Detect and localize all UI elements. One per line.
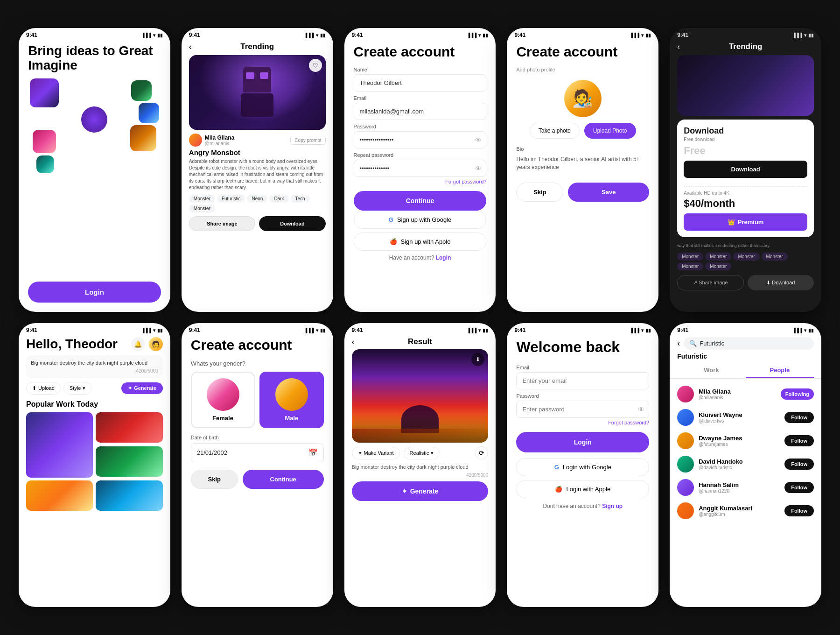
phone2-download-btn[interactable]: Download — [259, 216, 325, 231]
phone8-realistic-btn[interactable]: Realistic ▾ — [404, 447, 440, 459]
phone8-back-icon[interactable]: ‹ — [352, 337, 355, 347]
status-bar-6: 9:41 ▐▐▐ ▾ ▮▮ — [19, 323, 170, 335]
phone5-available-text: Available HD up to 4K — [684, 190, 807, 196]
phone8-realistic-label: Realistic — [410, 450, 429, 456]
phone3-apple-btn[interactable]: 🍎 Sign up with Apple — [354, 233, 487, 251]
phone10-back-icon[interactable]: ‹ — [677, 339, 680, 348]
notification-icon[interactable]: 🔔 — [131, 337, 145, 351]
phone2-back-icon[interactable]: ‹ — [189, 42, 192, 52]
phone3-password-input[interactable] — [354, 131, 487, 148]
phone8-generate-btn[interactable]: ✦ Generate — [352, 481, 489, 501]
time-2: 9:41 — [189, 32, 200, 38]
phone4-skip-btn[interactable]: Skip — [516, 183, 563, 202]
phone9-signup-link[interactable]: Sign up — [602, 503, 623, 509]
wifi-icon-10: ▾ — [804, 328, 806, 333]
phone6-upload-label: Upload — [38, 385, 55, 391]
chevron-down-icon-8: ▾ — [431, 450, 434, 456]
phone2-tags: Monster Futuristic Neon Dark Tech Monste… — [182, 195, 333, 216]
person-follow-btn-2[interactable]: Follow — [784, 435, 814, 446]
phone6-upload-btn[interactable]: ⬆ Upload — [26, 382, 61, 395]
phone8-download-icon[interactable]: ⬇ — [471, 353, 484, 366]
phone2-copy-btn[interactable]: Copy prompt — [290, 136, 325, 145]
phone3-repeat-eye-icon[interactable]: 👁 — [475, 165, 482, 172]
phone4-upload-btn[interactable]: Upload Photo — [584, 123, 636, 139]
phone-welcome-back: 9:41 ▐▐▐ ▾ ▮▮ Welcome back Email Passwor… — [507, 323, 658, 607]
phone3-email-input[interactable] — [354, 103, 487, 120]
phone6-user-avatar[interactable]: 🧑 — [149, 337, 163, 351]
phone10-tab-work[interactable]: Work — [677, 363, 745, 378]
phone-create-account-photo: 9:41 ▐▐▐ ▾ ▮▮ Create account Add photo p… — [507, 28, 658, 312]
phone2-heart-btn[interactable]: ♡ — [309, 59, 322, 72]
phone1-image-area — [28, 78, 161, 172]
phone7-male-card[interactable]: Male — [259, 372, 323, 428]
phone8-nav: ‹ Result — [344, 335, 496, 349]
phone4-photo-upload: 🧑‍🎨 Take a photo Upload Photo — [516, 80, 649, 139]
phone3-repeat-input[interactable] — [354, 160, 487, 177]
phone6-generate-btn[interactable]: ✦ Generate — [121, 382, 163, 394]
phone3-name-input[interactable] — [354, 74, 487, 92]
person-follow-btn-4[interactable]: Follow — [784, 482, 814, 493]
battery-icon-8: ▮▮ — [483, 328, 488, 333]
phone5-dl-btn[interactable]: ⬇ Download — [748, 275, 814, 290]
phone5-premium-label: Premium — [738, 219, 764, 226]
person-follow-btn-5[interactable]: Follow — [784, 505, 814, 516]
phone2-user-handle: @milarianis — [205, 141, 234, 146]
phone9-eye-icon[interactable]: 👁 — [638, 406, 644, 413]
phone10-tab-people[interactable]: People — [746, 363, 814, 378]
phone4-take-photo-btn[interactable]: Take a photo — [530, 123, 580, 139]
phone2-art-title: Angry Monsbot — [182, 148, 333, 158]
phone-result: 9:41 ▐▐▐ ▾ ▮▮ ‹ Result ⬇ ✦ Make Variant — [344, 323, 496, 607]
phone5-back-icon[interactable]: ‹ — [677, 42, 680, 52]
battery-icon-4: ▮▮ — [645, 33, 651, 38]
phone10-search-box[interactable]: 🔍 Futuristic — [684, 337, 814, 350]
phone9-forgot-link[interactable]: Forgot password? — [516, 420, 649, 425]
phone7-female-card[interactable]: Female — [191, 372, 255, 428]
phone9-google-btn[interactable]: G Login with Google — [516, 458, 649, 476]
person-follow-btn-3[interactable]: Follow — [784, 459, 814, 470]
phone9-login-btn[interactable]: Login — [516, 432, 649, 452]
wifi-icon-6: ▾ — [153, 328, 155, 333]
phone5-premium-btn[interactable]: 👑 Premium — [684, 213, 807, 231]
phone2-share-btn[interactable]: Share image — [189, 216, 255, 231]
phone5-art-desc: way that still makes it endearing rather… — [670, 241, 821, 251]
phone8-generate-label: Generate — [410, 487, 439, 495]
phone5-share-btn[interactable]: ↗ Share image — [677, 275, 743, 290]
phone8-refresh-btn[interactable]: ⟳ — [475, 446, 488, 459]
status-bar-4: 9:41 ▐▐▐ ▾ ▮▮ — [507, 28, 658, 40]
phone3-form-title: Create account — [354, 44, 487, 59]
status-icons-4: ▐▐▐ ▾ ▮▮ — [630, 33, 651, 38]
phone9-apple-btn[interactable]: 🍎 Login with Apple — [516, 480, 649, 498]
phone6-style-btn[interactable]: Style ▾ — [63, 382, 91, 395]
person-name-4: Hannah Salim — [699, 481, 780, 488]
phone7-skip-btn[interactable]: Skip — [191, 470, 238, 489]
phone3-eye-icon[interactable]: 👁 — [475, 136, 482, 144]
status-icons-2: ▐▐▐ ▾ ▮▮ — [304, 33, 325, 38]
phone8-make-variant-btn[interactable]: ✦ Make Variant — [352, 447, 400, 459]
phone9-password-input[interactable] — [516, 401, 649, 418]
status-bar-3: 9:41 ▐▐▐ ▾ ▮▮ — [344, 28, 496, 40]
person-name-2: Dwayne James — [699, 435, 780, 442]
time-8: 9:41 — [352, 327, 363, 333]
phone-bring-ideas: 9:41 ▐▐▐ ▾ ▮▮ Bring ideas to Great Imagi… — [19, 28, 170, 312]
phone9-email-input[interactable] — [516, 372, 649, 389]
phone3-google-btn[interactable]: G Sign up with Google — [354, 211, 487, 229]
phone4-save-btn[interactable]: Save — [568, 183, 649, 202]
signal-icon-3: ▐▐▐ — [467, 33, 476, 38]
phone6-tool-row: ⬆ Upload Style ▾ ✦ Generate — [26, 382, 163, 395]
float-img-center — [81, 106, 107, 133]
phone7-male-label: Male — [285, 415, 298, 422]
phone7-dob-input[interactable]: 21/01/2002 📅 — [191, 443, 324, 462]
battery-icon-1: ▮▮ — [157, 33, 163, 38]
person-follow-btn-1[interactable]: Follow — [784, 412, 814, 423]
phone7-continue-btn[interactable]: Continue — [243, 470, 324, 489]
time-6: 9:41 — [26, 327, 37, 333]
phone3-forgot-link[interactable]: Forgot password? — [354, 179, 487, 184]
person-follow-btn-0[interactable]: Following — [781, 388, 814, 400]
phone5-download-btn[interactable]: Download — [684, 161, 807, 178]
phone1-login-button[interactable]: Login — [28, 282, 161, 303]
status-icons-5: ▐▐▐ ▾ ▮▮ — [792, 33, 814, 38]
phone3-login-link[interactable]: Login — [436, 254, 451, 261]
phone6-prompt-area: Big monster destroy the city dark night … — [26, 355, 163, 378]
phone3-continue-btn[interactable]: Continue — [354, 191, 487, 211]
phone6-header: Hello, Theodor 🔔 🧑 — [26, 337, 163, 352]
